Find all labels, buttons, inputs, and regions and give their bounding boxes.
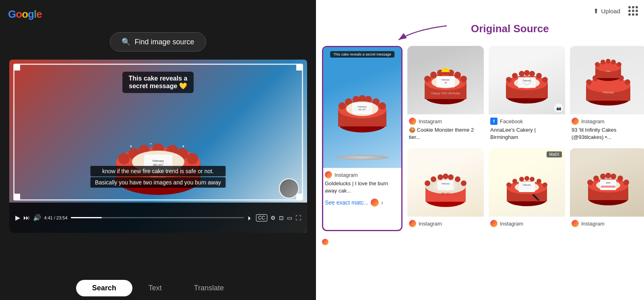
svg-text:BE MY: BE MY bbox=[441, 192, 450, 195]
subtitle-line1: know if the new fire cake trend is safe … bbox=[90, 166, 226, 176]
see-exact-matches: See exact matc... › bbox=[323, 197, 401, 207]
image-card-6[interactable]: February MafiX Instagram bbox=[489, 148, 565, 231]
svg-rect-100 bbox=[438, 180, 454, 190]
video-controls: ▶ ⏭ 🔊 4:41 / 23:54 ⏵ CC ⚙ ⊡ ▭ ⛶ bbox=[9, 203, 307, 233]
svg-point-58 bbox=[519, 71, 524, 77]
settings-button[interactable]: ⚙ bbox=[270, 215, 276, 221]
svg-point-92 bbox=[425, 180, 430, 186]
svg-point-125 bbox=[593, 176, 599, 181]
upload-button[interactable]: ⬆ Upload bbox=[593, 7, 620, 15]
card4-source: Instagram bbox=[572, 118, 644, 125]
right-controls: ⏵ CC ⚙ ⊡ ▭ ⛶ bbox=[247, 214, 301, 221]
image-card-7[interactable]: 2024 Instagram bbox=[570, 148, 644, 231]
card3-source: f Facebook bbox=[490, 118, 564, 125]
right-header: ⬆ Upload bbox=[322, 4, 638, 22]
card4-title: 93 'til Infinity Cakes (@93tilcakes) •..… bbox=[572, 126, 644, 141]
svg-point-95 bbox=[443, 174, 448, 179]
exact-match-icon bbox=[371, 199, 379, 207]
image-card-1[interactable]: February BE-MY This cake reveals a secre… bbox=[322, 46, 402, 231]
image-card-5[interactable]: February BE MY Instagram bbox=[407, 148, 484, 231]
svg-rect-132 bbox=[600, 180, 616, 190]
tab-translate[interactable]: Translate bbox=[178, 280, 240, 296]
app-dot bbox=[632, 6, 634, 8]
app-dot bbox=[636, 13, 638, 16]
svg-point-93 bbox=[431, 176, 436, 182]
corner-br bbox=[296, 194, 303, 200]
image-card-4[interactable]: February Feb Instagram 93 'til Infinity … bbox=[570, 46, 644, 143]
video-overlay-line2: secret message 💛 bbox=[129, 82, 188, 90]
svg-point-3 bbox=[118, 153, 130, 164]
card1-title: Goldelucks | I love the burn away cak... bbox=[325, 180, 400, 194]
card3-source-name: Facebook bbox=[500, 118, 523, 124]
progress-bar[interactable] bbox=[71, 217, 244, 218]
svg-text:February: February bbox=[152, 159, 164, 163]
card6-source-name: Instagram bbox=[500, 221, 523, 227]
cc-button[interactable]: CC bbox=[256, 214, 267, 221]
video-overlay-line1: This cake reveals a bbox=[129, 75, 188, 82]
svg-point-85 bbox=[611, 60, 616, 64]
svg-point-106 bbox=[506, 182, 511, 187]
svg-text:February: February bbox=[523, 79, 531, 82]
card2-info: Instagram 🍪 Cookie Monster theme 2 tier.… bbox=[407, 114, 484, 143]
instagram-icon-5 bbox=[409, 220, 416, 227]
instagram-icon-bottom1 bbox=[322, 239, 328, 245]
image-card-2[interactable]: February ❤ Happy 35th Birthday Instagram… bbox=[407, 46, 484, 143]
card7-source: Instagram bbox=[572, 220, 644, 227]
bottom-indicator-1 bbox=[322, 236, 402, 248]
svg-point-108 bbox=[519, 177, 524, 182]
google-apps-button[interactable] bbox=[628, 6, 638, 16]
svg-text:♥: ♥ bbox=[182, 145, 184, 148]
card4-info: Instagram 93 'til Infinity Cakes (@93til… bbox=[570, 114, 644, 143]
svg-point-42 bbox=[430, 72, 437, 78]
progress-fill bbox=[71, 217, 102, 218]
svg-point-111 bbox=[537, 179, 541, 184]
svg-point-110 bbox=[530, 177, 535, 182]
svg-point-130 bbox=[623, 180, 629, 185]
play-button[interactable]: ▶ bbox=[15, 214, 20, 221]
cake-image-7: 2024 bbox=[584, 152, 632, 213]
app-dot bbox=[628, 6, 631, 8]
autoplay-toggle[interactable]: ⏵ bbox=[247, 215, 253, 221]
svg-rect-136 bbox=[601, 186, 615, 188]
card6-source: Instagram bbox=[490, 220, 564, 227]
instagram-icon-6 bbox=[490, 220, 497, 227]
tab-text[interactable]: Text bbox=[132, 280, 178, 296]
cake-image-1: February BE-MY bbox=[334, 71, 390, 144]
app-dot bbox=[632, 10, 634, 12]
svg-point-25 bbox=[339, 102, 346, 110]
svg-point-83 bbox=[601, 60, 605, 64]
app-dot bbox=[632, 13, 634, 16]
card5-source-name: Instagram bbox=[419, 221, 442, 227]
card5-info: Instagram bbox=[407, 217, 484, 231]
upload-icon: ⬆ bbox=[593, 7, 599, 15]
fullscreen-button[interactable]: ⛶ bbox=[295, 215, 301, 221]
svg-point-41 bbox=[424, 76, 431, 82]
svg-point-94 bbox=[438, 174, 443, 180]
corner-bl bbox=[14, 194, 20, 200]
instagram-icon-4 bbox=[572, 118, 579, 125]
svg-text:BE-MY: BE-MY bbox=[358, 108, 366, 111]
skip-button[interactable]: ⏭ bbox=[23, 214, 30, 221]
volume-button[interactable]: 🔊 bbox=[33, 214, 41, 221]
bottom-indicator-2 bbox=[407, 236, 484, 248]
tab-search[interactable]: Search bbox=[76, 280, 132, 296]
card3-info: f Facebook AnnaLee's Cakery | Birmingham bbox=[489, 114, 565, 143]
find-image-source-button[interactable]: 🔍 Find image source bbox=[110, 32, 206, 52]
svg-point-128 bbox=[611, 174, 616, 179]
time-display: 4:41 / 23:54 bbox=[44, 215, 68, 220]
app-dot bbox=[628, 13, 631, 16]
svg-point-84 bbox=[606, 59, 611, 64]
google-logo[interactable]: Google bbox=[8, 8, 42, 21]
see-exact-link[interactable]: See exact matc... bbox=[325, 199, 368, 206]
left-panel: Google 🔍 Find image source This cake rev… bbox=[0, 0, 316, 300]
find-image-label: Find image source bbox=[134, 38, 194, 46]
image-card-3[interactable]: February 📷 f Facebook AnnaLee's Cakery |… bbox=[489, 46, 565, 143]
svg-text:February: February bbox=[523, 184, 531, 186]
svg-point-97 bbox=[455, 176, 460, 182]
theater-button[interactable]: ▭ bbox=[287, 215, 292, 221]
card6-info: Instagram bbox=[489, 217, 565, 231]
cake-image-2: February ❤ Happy 35th Birthday bbox=[421, 50, 470, 110]
lens-icon: 🔍 bbox=[122, 37, 130, 46]
video-player: This cake reveals a secret message 💛 bbox=[9, 60, 307, 233]
miniplayer-button[interactable]: ⊡ bbox=[279, 215, 284, 221]
